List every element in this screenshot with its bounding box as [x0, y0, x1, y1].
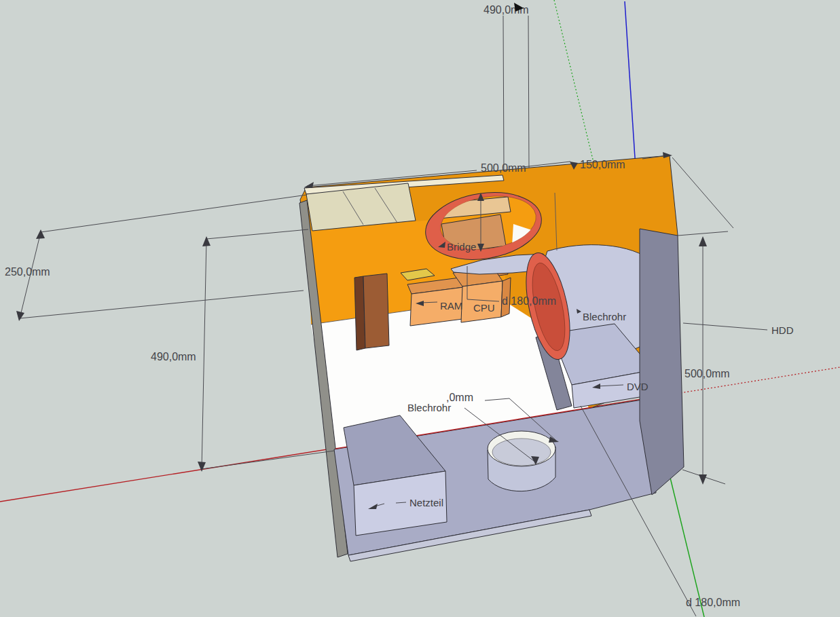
ram-label: RAM [440, 300, 462, 312]
dim-hole-diameter-text: d 180,0mm [502, 295, 556, 307]
small-tube-inner [492, 438, 551, 466]
dim-top-depth-text: 500,0mm [481, 162, 526, 174]
cpu-label: CPU [473, 302, 495, 314]
brown-plank[interactable] [354, 274, 389, 350]
blechrohr-bottom-label: Blechrohr [407, 402, 451, 413]
blechrohr-top-label: Blechrohr [583, 311, 626, 322]
hdd-label: HDD [771, 324, 794, 336]
bridge-label: Bridge [447, 241, 476, 253]
dim-left-small-text: 250,0mm [5, 266, 50, 278]
dim-bottom-diameter-text: d 180,0mm [686, 597, 740, 608]
right-wall[interactable] [640, 229, 684, 495]
dim-right-height-text: 500,0mm [684, 368, 730, 379]
small-blechrohr-tube[interactable] [488, 431, 555, 491]
dim-top-height-text: 490,0mm [483, 4, 529, 16]
plank-front-face [363, 274, 389, 348]
dim-left-height-text: 490,0mm [151, 351, 196, 362]
netzteil-label: Netzteil [409, 497, 443, 508]
sketchup-3d-viewport[interactable]: Bridge Blechrohr 490,0mm [0, 0, 840, 617]
dvd-label: DVD [627, 381, 649, 392]
dim-top-right-text: 150,0mm [580, 159, 625, 170]
